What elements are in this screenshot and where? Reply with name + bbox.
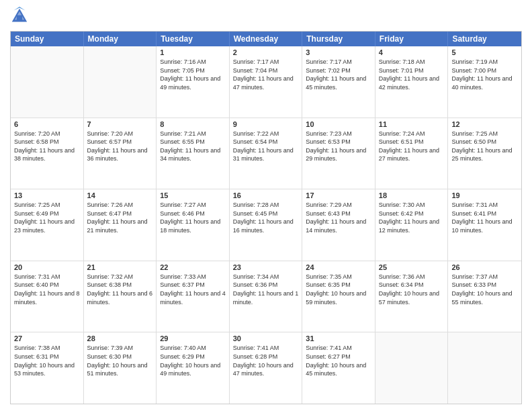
day-number: 19 bbox=[451, 191, 518, 199]
day-cell-3: 3Sunrise: 7:17 AM Sunset: 7:02 PM Daylig… bbox=[302, 46, 375, 118]
calendar-row-2: 6Sunrise: 7:20 AM Sunset: 6:58 PM Daylig… bbox=[11, 118, 521, 190]
cell-info: Sunrise: 7:41 AM Sunset: 6:28 PM Dayligh… bbox=[233, 344, 299, 377]
cell-info: Sunrise: 7:40 AM Sunset: 6:29 PM Dayligh… bbox=[160, 344, 226, 377]
day-cell-27: 27Sunrise: 7:38 AM Sunset: 6:31 PM Dayli… bbox=[11, 332, 84, 404]
logo-icon bbox=[10, 7, 29, 26]
header-day-saturday: Saturday bbox=[448, 32, 521, 46]
day-cell-25: 25Sunrise: 7:36 AM Sunset: 6:34 PM Dayli… bbox=[375, 261, 449, 332]
header bbox=[10, 7, 522, 26]
day-number: 27 bbox=[14, 334, 80, 342]
empty-cell bbox=[375, 332, 449, 404]
cell-info: Sunrise: 7:18 AM Sunset: 7:01 PM Dayligh… bbox=[379, 58, 445, 91]
day-cell-31: 31Sunrise: 7:41 AM Sunset: 6:27 PM Dayli… bbox=[302, 332, 375, 404]
cell-info: Sunrise: 7:27 AM Sunset: 6:46 PM Dayligh… bbox=[160, 201, 226, 234]
cell-info: Sunrise: 7:21 AM Sunset: 6:55 PM Dayligh… bbox=[160, 130, 226, 163]
cell-info: Sunrise: 7:20 AM Sunset: 6:58 PM Dayligh… bbox=[14, 130, 80, 163]
day-cell-20: 20Sunrise: 7:31 AM Sunset: 6:40 PM Dayli… bbox=[11, 261, 84, 332]
day-number: 9 bbox=[233, 120, 299, 128]
day-cell-17: 17Sunrise: 7:29 AM Sunset: 6:43 PM Dayli… bbox=[302, 189, 375, 261]
svg-rect-2 bbox=[17, 15, 22, 21]
cell-info: Sunrise: 7:22 AM Sunset: 6:54 PM Dayligh… bbox=[233, 130, 299, 163]
day-cell-21: 21Sunrise: 7:32 AM Sunset: 6:38 PM Dayli… bbox=[84, 261, 157, 332]
day-cell-16: 16Sunrise: 7:28 AM Sunset: 6:45 PM Dayli… bbox=[230, 189, 303, 261]
day-cell-2: 2Sunrise: 7:17 AM Sunset: 7:04 PM Daylig… bbox=[230, 46, 303, 118]
header-day-friday: Friday bbox=[375, 32, 449, 46]
day-number: 20 bbox=[14, 263, 80, 271]
day-number: 26 bbox=[451, 263, 518, 271]
day-number: 28 bbox=[87, 334, 153, 342]
day-cell-9: 9Sunrise: 7:22 AM Sunset: 6:54 PM Daylig… bbox=[230, 118, 303, 189]
day-number: 8 bbox=[160, 120, 226, 128]
day-cell-28: 28Sunrise: 7:39 AM Sunset: 6:30 PM Dayli… bbox=[84, 332, 157, 404]
cell-info: Sunrise: 7:35 AM Sunset: 6:35 PM Dayligh… bbox=[306, 273, 371, 306]
day-number: 7 bbox=[87, 120, 153, 128]
day-number: 3 bbox=[306, 48, 371, 56]
day-cell-15: 15Sunrise: 7:27 AM Sunset: 6:46 PM Dayli… bbox=[157, 189, 230, 261]
calendar-row-1: 1Sunrise: 7:16 AM Sunset: 7:05 PM Daylig… bbox=[11, 46, 521, 118]
day-cell-11: 11Sunrise: 7:24 AM Sunset: 6:51 PM Dayli… bbox=[375, 118, 449, 189]
day-number: 30 bbox=[233, 334, 299, 342]
day-number: 13 bbox=[14, 191, 80, 199]
day-number: 17 bbox=[306, 191, 371, 199]
day-cell-14: 14Sunrise: 7:26 AM Sunset: 6:47 PM Dayli… bbox=[84, 189, 157, 261]
day-cell-23: 23Sunrise: 7:34 AM Sunset: 6:36 PM Dayli… bbox=[230, 261, 303, 332]
day-number: 15 bbox=[160, 191, 226, 199]
cell-info: Sunrise: 7:39 AM Sunset: 6:30 PM Dayligh… bbox=[87, 344, 153, 377]
header-day-thursday: Thursday bbox=[302, 32, 375, 46]
calendar-row-5: 27Sunrise: 7:38 AM Sunset: 6:31 PM Dayli… bbox=[11, 332, 521, 404]
day-number: 25 bbox=[379, 263, 445, 271]
day-number: 22 bbox=[160, 263, 226, 271]
cell-info: Sunrise: 7:16 AM Sunset: 7:05 PM Dayligh… bbox=[160, 58, 226, 91]
cell-info: Sunrise: 7:41 AM Sunset: 6:27 PM Dayligh… bbox=[306, 344, 371, 377]
cell-info: Sunrise: 7:29 AM Sunset: 6:43 PM Dayligh… bbox=[306, 201, 371, 234]
empty-cell bbox=[84, 46, 157, 118]
day-number: 16 bbox=[233, 191, 299, 199]
header-day-monday: Monday bbox=[84, 32, 157, 46]
day-number: 5 bbox=[451, 48, 518, 56]
cell-info: Sunrise: 7:28 AM Sunset: 6:45 PM Dayligh… bbox=[233, 201, 299, 234]
cell-info: Sunrise: 7:36 AM Sunset: 6:34 PM Dayligh… bbox=[379, 273, 445, 306]
cell-info: Sunrise: 7:31 AM Sunset: 6:40 PM Dayligh… bbox=[14, 273, 80, 306]
calendar-body: 1Sunrise: 7:16 AM Sunset: 7:05 PM Daylig… bbox=[11, 46, 521, 404]
day-number: 21 bbox=[87, 263, 153, 271]
day-cell-22: 22Sunrise: 7:33 AM Sunset: 6:37 PM Dayli… bbox=[157, 261, 230, 332]
day-number: 1 bbox=[160, 48, 226, 56]
day-cell-10: 10Sunrise: 7:23 AM Sunset: 6:53 PM Dayli… bbox=[302, 118, 375, 189]
day-number: 12 bbox=[451, 120, 518, 128]
day-number: 23 bbox=[233, 263, 299, 271]
day-cell-29: 29Sunrise: 7:40 AM Sunset: 6:29 PM Dayli… bbox=[157, 332, 230, 404]
calendar-row-4: 20Sunrise: 7:31 AM Sunset: 6:40 PM Dayli… bbox=[11, 261, 521, 333]
day-cell-13: 13Sunrise: 7:25 AM Sunset: 6:49 PM Dayli… bbox=[11, 189, 84, 261]
day-cell-8: 8Sunrise: 7:21 AM Sunset: 6:55 PM Daylig… bbox=[157, 118, 230, 189]
cell-info: Sunrise: 7:33 AM Sunset: 6:37 PM Dayligh… bbox=[160, 273, 226, 306]
calendar-header: SundayMondayTuesdayWednesdayThursdayFrid… bbox=[11, 32, 521, 46]
cell-info: Sunrise: 7:17 AM Sunset: 7:04 PM Dayligh… bbox=[233, 58, 299, 91]
day-number: 24 bbox=[306, 263, 371, 271]
day-number: 4 bbox=[379, 48, 445, 56]
header-day-wednesday: Wednesday bbox=[230, 32, 303, 46]
logo bbox=[10, 7, 32, 26]
cell-info: Sunrise: 7:31 AM Sunset: 6:41 PM Dayligh… bbox=[451, 201, 518, 234]
day-cell-24: 24Sunrise: 7:35 AM Sunset: 6:35 PM Dayli… bbox=[302, 261, 375, 332]
cell-info: Sunrise: 7:38 AM Sunset: 6:31 PM Dayligh… bbox=[14, 344, 80, 377]
cell-info: Sunrise: 7:23 AM Sunset: 6:53 PM Dayligh… bbox=[306, 130, 371, 163]
cell-info: Sunrise: 7:20 AM Sunset: 6:57 PM Dayligh… bbox=[87, 130, 153, 163]
day-cell-30: 30Sunrise: 7:41 AM Sunset: 6:28 PM Dayli… bbox=[230, 332, 303, 404]
day-cell-5: 5Sunrise: 7:19 AM Sunset: 7:00 PM Daylig… bbox=[448, 46, 521, 118]
header-day-sunday: Sunday bbox=[11, 32, 84, 46]
cell-info: Sunrise: 7:25 AM Sunset: 6:49 PM Dayligh… bbox=[14, 201, 80, 234]
cell-info: Sunrise: 7:37 AM Sunset: 6:33 PM Dayligh… bbox=[451, 273, 518, 306]
cell-info: Sunrise: 7:24 AM Sunset: 6:51 PM Dayligh… bbox=[379, 130, 445, 163]
day-number: 31 bbox=[306, 334, 371, 342]
empty-cell bbox=[448, 332, 521, 404]
cell-info: Sunrise: 7:17 AM Sunset: 7:02 PM Dayligh… bbox=[306, 58, 371, 91]
cell-info: Sunrise: 7:25 AM Sunset: 6:50 PM Dayligh… bbox=[451, 130, 518, 163]
calendar: SundayMondayTuesdayWednesdayThursdayFrid… bbox=[10, 31, 522, 404]
cell-info: Sunrise: 7:32 AM Sunset: 6:38 PM Dayligh… bbox=[87, 273, 153, 306]
day-cell-1: 1Sunrise: 7:16 AM Sunset: 7:05 PM Daylig… bbox=[157, 46, 230, 118]
calendar-row-3: 13Sunrise: 7:25 AM Sunset: 6:49 PM Dayli… bbox=[11, 189, 521, 261]
day-number: 10 bbox=[306, 120, 371, 128]
empty-cell bbox=[11, 46, 84, 118]
cell-info: Sunrise: 7:30 AM Sunset: 6:42 PM Dayligh… bbox=[379, 201, 445, 234]
day-number: 29 bbox=[160, 334, 226, 342]
